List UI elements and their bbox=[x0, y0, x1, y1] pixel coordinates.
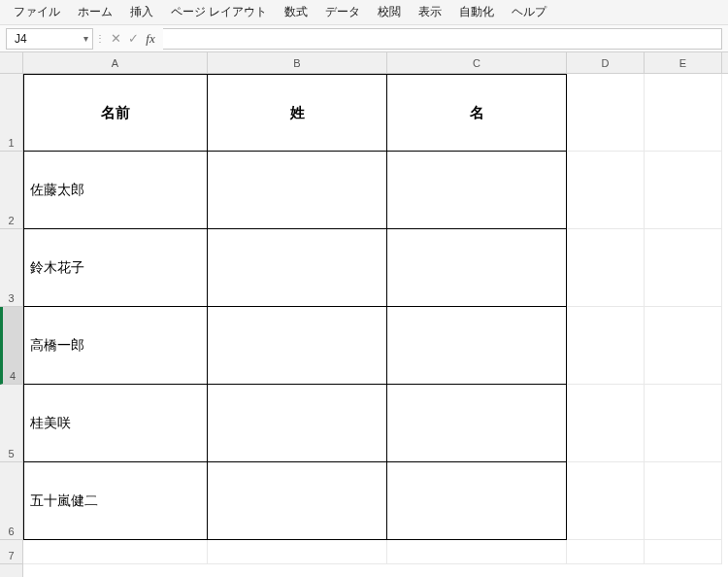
cell-b4[interactable] bbox=[208, 307, 387, 385]
col-header-d[interactable]: D bbox=[567, 52, 645, 73]
cell-c7[interactable] bbox=[387, 540, 567, 564]
cell-d4[interactable] bbox=[567, 307, 645, 385]
select-all-corner[interactable] bbox=[0, 52, 22, 74]
cell-a6[interactable]: 五十嵐健二 bbox=[23, 462, 208, 540]
row-header-6[interactable]: 6 bbox=[0, 462, 22, 540]
cell-a3[interactable]: 鈴木花子 bbox=[23, 229, 208, 307]
cell-c2[interactable] bbox=[387, 152, 567, 229]
cancel-icon[interactable]: ✕ bbox=[107, 28, 124, 50]
confirm-icon[interactable]: ✓ bbox=[124, 28, 142, 50]
col-header-c[interactable]: C bbox=[387, 52, 567, 73]
menu-page-layout[interactable]: ページ レイアウト bbox=[163, 1, 275, 23]
name-box[interactable]: J4 ▾ bbox=[6, 28, 93, 50]
menu-automate[interactable]: 自動化 bbox=[451, 1, 502, 23]
cell-a4[interactable]: 高橋一郎 bbox=[23, 307, 208, 385]
cell-e1[interactable] bbox=[645, 74, 722, 152]
cell-c6[interactable] bbox=[387, 462, 567, 540]
chevron-down-icon[interactable]: ▾ bbox=[83, 33, 88, 44]
table-row bbox=[23, 540, 728, 564]
menu-data[interactable]: データ bbox=[317, 1, 368, 23]
cell-e2[interactable] bbox=[645, 152, 722, 229]
cell-b5[interactable] bbox=[208, 385, 387, 462]
table-row: 五十嵐健二 bbox=[23, 462, 728, 540]
row-header-2[interactable]: 2 bbox=[0, 152, 22, 229]
row-header-5[interactable]: 5 bbox=[0, 385, 22, 462]
fx-icon[interactable]: fx bbox=[142, 28, 159, 50]
menu-file[interactable]: ファイル bbox=[6, 1, 68, 23]
separator-icon: ⋮ bbox=[93, 33, 107, 44]
cell-e5[interactable] bbox=[645, 385, 722, 462]
formula-bar: J4 ▾ ⋮ ✕ ✓ fx bbox=[0, 25, 728, 52]
cell-c4[interactable] bbox=[387, 307, 567, 385]
row-header-3[interactable]: 3 bbox=[0, 229, 22, 307]
row-headers: 1 2 3 4 5 6 7 bbox=[0, 52, 23, 577]
table-row: 高橋一郎 bbox=[23, 307, 728, 385]
cell-b1[interactable]: 姓 bbox=[208, 74, 387, 152]
cell-a7[interactable] bbox=[23, 540, 208, 564]
column-headers: A B C D E bbox=[23, 52, 728, 74]
menu-formulas[interactable]: 数式 bbox=[277, 1, 315, 23]
col-header-e[interactable]: E bbox=[645, 52, 722, 73]
cell-a5[interactable]: 桂美咲 bbox=[23, 385, 208, 462]
formula-input[interactable] bbox=[163, 28, 722, 50]
menu-review[interactable]: 校閲 bbox=[370, 1, 409, 23]
cell-d2[interactable] bbox=[567, 152, 645, 229]
table-row: 名前 姓 名 bbox=[23, 74, 728, 152]
grid[interactable]: 名前 姓 名 佐藤太郎 鈴木花子 bbox=[23, 74, 728, 564]
cell-b3[interactable] bbox=[208, 229, 387, 307]
menu-view[interactable]: 表示 bbox=[411, 1, 449, 23]
col-header-a[interactable]: A bbox=[23, 52, 208, 73]
menu-help[interactable]: ヘルプ bbox=[504, 1, 554, 23]
cell-reference: J4 bbox=[15, 32, 27, 46]
cell-d1[interactable] bbox=[567, 74, 645, 152]
cell-b7[interactable] bbox=[208, 540, 387, 564]
cell-e6[interactable] bbox=[645, 462, 722, 540]
menu-bar: ファイル ホーム 挿入 ページ レイアウト 数式 データ 校閲 表示 自動化 ヘ… bbox=[0, 0, 728, 25]
row-header-4[interactable]: 4 bbox=[0, 307, 22, 385]
menu-insert[interactable]: 挿入 bbox=[122, 1, 161, 23]
row-header-1[interactable]: 1 bbox=[0, 74, 22, 152]
cell-d3[interactable] bbox=[567, 229, 645, 307]
cell-e3[interactable] bbox=[645, 229, 722, 307]
cell-b2[interactable] bbox=[208, 152, 387, 229]
cell-b6[interactable] bbox=[208, 462, 387, 540]
cell-d7[interactable] bbox=[567, 540, 645, 564]
row-header-7[interactable]: 7 bbox=[0, 540, 22, 564]
table-row: 桂美咲 bbox=[23, 385, 728, 462]
cell-c1[interactable]: 名 bbox=[387, 74, 567, 152]
table-row: 佐藤太郎 bbox=[23, 152, 728, 229]
cell-e7[interactable] bbox=[645, 540, 722, 564]
cell-a2[interactable]: 佐藤太郎 bbox=[23, 152, 208, 229]
cell-a1[interactable]: 名前 bbox=[23, 74, 208, 152]
spreadsheet: 1 2 3 4 5 6 7 A B C D E 名前 姓 名 佐藤太郎 bbox=[0, 52, 728, 577]
menu-home[interactable]: ホーム bbox=[70, 1, 120, 23]
table-row: 鈴木花子 bbox=[23, 229, 728, 307]
cell-c5[interactable] bbox=[387, 385, 567, 462]
cell-e4[interactable] bbox=[645, 307, 722, 385]
cell-c3[interactable] bbox=[387, 229, 567, 307]
cell-d5[interactable] bbox=[567, 385, 645, 462]
col-header-b[interactable]: B bbox=[208, 52, 387, 73]
cell-d6[interactable] bbox=[567, 462, 645, 540]
